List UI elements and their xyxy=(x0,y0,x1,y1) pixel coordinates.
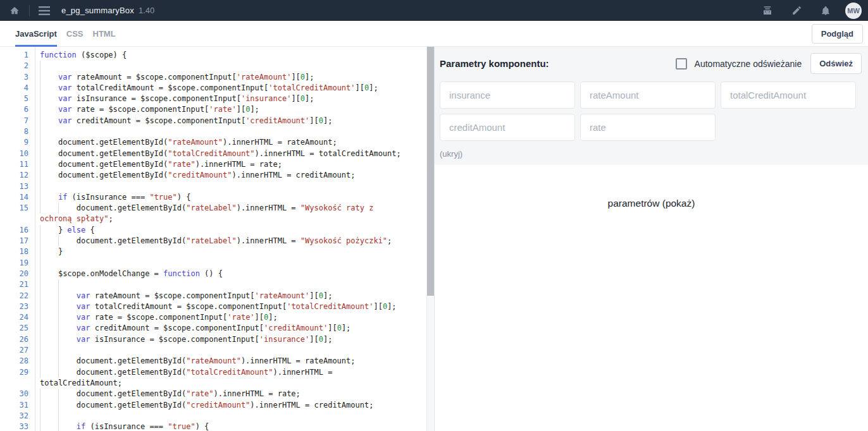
param-input-insurance[interactable] xyxy=(440,82,575,109)
code-line: 30 document.getElementById("rate").inner… xyxy=(0,389,426,399)
indent-guide xyxy=(40,116,40,126)
line-number: 11 xyxy=(0,159,35,170)
hide-link[interactable]: (ukryj) xyxy=(435,141,468,160)
code-editor[interactable]: 1function ($scope) {23 var rateAmount = … xyxy=(0,47,426,431)
code-line: 25 var creditAmount = $scope.componentIn… xyxy=(0,323,426,334)
param-input-rate[interactable] xyxy=(580,114,716,141)
indent-guide xyxy=(40,389,40,399)
indent-guide xyxy=(40,159,40,170)
line-number: 30 xyxy=(0,389,35,399)
line-number: 24 xyxy=(0,312,35,323)
params-card: Parametry komponentu: Automatyczne odświ… xyxy=(435,47,868,165)
line-number: 22 xyxy=(0,291,35,301)
avatar[interactable]: MW xyxy=(845,3,862,19)
indent-guide xyxy=(40,83,40,94)
tab-html[interactable]: HTML xyxy=(93,21,116,47)
line-number: 29 xyxy=(0,367,35,389)
indent-guide xyxy=(40,367,40,378)
indent-guide xyxy=(40,269,40,279)
indent-guide xyxy=(40,203,40,214)
indent-guide xyxy=(40,192,40,203)
indent-guide xyxy=(40,126,40,137)
indent-guide xyxy=(58,323,59,334)
line-number: 32 xyxy=(0,411,35,422)
code-line: 9 document.getElementById("rateAmount").… xyxy=(0,137,426,148)
code-line: 17 document.getElementById("rateLabel").… xyxy=(0,236,426,246)
code-line: 14 if (isInsurance === "true") { xyxy=(0,192,426,203)
edit-button[interactable] xyxy=(787,0,806,21)
inbox-button[interactable] xyxy=(758,0,777,21)
indent-guide xyxy=(58,367,59,378)
indent-guide xyxy=(40,246,40,257)
indent-guide xyxy=(40,422,40,431)
code-line: 23 var totalCreditAmount = $scope.compon… xyxy=(0,301,426,312)
preview-button[interactable]: Podgląd xyxy=(812,24,863,44)
code-lines: 1function ($scope) {23 var rateAmount = … xyxy=(0,50,426,431)
app-title: e_pg_summaryBox xyxy=(61,6,134,15)
code-line: 4 var totalCreditAmount = $scope.compone… xyxy=(0,83,426,94)
refresh-button[interactable]: Odśwież xyxy=(810,53,862,74)
home-button[interactable] xyxy=(5,0,24,21)
scrollbar-thumb[interactable] xyxy=(427,47,434,296)
param-input-rateAmount[interactable] xyxy=(580,82,716,109)
inbox-icon xyxy=(762,5,773,16)
indent-guide xyxy=(58,291,59,301)
code-line: 6 var rate = $scope.componentInput['rate… xyxy=(0,104,426,115)
indent-guide xyxy=(58,356,59,367)
line-number: 8 xyxy=(0,126,35,137)
code-line: 20 $scope.onModelChange = function () { xyxy=(0,269,426,279)
indent-guide xyxy=(58,203,59,214)
code-line: 26 var isInsurance = $scope.componentInp… xyxy=(0,334,426,345)
line-number: 15 xyxy=(0,203,35,225)
code-line: 15 document.getElementById("rateLabel").… xyxy=(0,203,426,225)
line-number: 12 xyxy=(0,170,35,181)
line-number: 6 xyxy=(0,104,35,115)
bell-icon xyxy=(821,5,831,16)
indent-guide xyxy=(40,301,40,312)
indent-guide xyxy=(40,291,40,301)
line-number: 21 xyxy=(0,279,35,290)
code-line: 3 var rateAmount = $scope.componentInput… xyxy=(0,72,426,83)
param-inputs xyxy=(435,82,868,141)
editor-scrollbar[interactable] xyxy=(426,47,434,431)
indent-guide xyxy=(40,181,40,192)
code-line: 8 xyxy=(0,126,426,137)
indent-guide xyxy=(40,137,40,148)
code-line: 13 xyxy=(0,181,426,192)
auto-refresh-checkbox[interactable] xyxy=(676,58,687,70)
code-line: 19 xyxy=(0,258,426,269)
indent-guide xyxy=(40,356,40,367)
line-number: 7 xyxy=(0,116,35,126)
editor-tabbar: JavaScript CSS HTML Podgląd xyxy=(0,21,868,47)
line-number: 26 xyxy=(0,334,35,345)
code-line: 22 var rateAmount = $scope.componentInpu… xyxy=(0,291,426,301)
main-content: 1function ($scope) {23 var rateAmount = … xyxy=(0,47,868,431)
notifications-button[interactable] xyxy=(816,0,835,21)
indent-guide xyxy=(40,225,40,236)
indent-guide xyxy=(40,258,40,269)
preview-text[interactable]: parametrów (pokaż) xyxy=(435,165,868,209)
params-title: Parametry komponentu: xyxy=(440,58,549,69)
menu-button[interactable] xyxy=(35,0,54,21)
code-line: 18 } xyxy=(0,246,426,257)
line-number: 33 xyxy=(0,422,35,431)
indent-guide xyxy=(58,400,59,411)
indent-guide xyxy=(40,334,40,345)
top-navbar: e_pg_summaryBox 1.40 MW xyxy=(0,0,868,21)
code-line: 5 var isInsurance = $scope.componentInpu… xyxy=(0,94,426,104)
line-number: 17 xyxy=(0,236,35,246)
code-line: 11 document.getElementById("rate").inner… xyxy=(0,159,426,170)
line-number: 13 xyxy=(0,181,35,192)
code-line: 31 document.getElementById("creditAmount… xyxy=(0,400,426,411)
pencil-icon xyxy=(791,5,802,16)
line-number: 14 xyxy=(0,192,35,203)
line-number: 28 xyxy=(0,356,35,367)
code-line: 10 document.getElementById("totalCreditA… xyxy=(0,149,426,159)
param-input-totalCreditAmount[interactable] xyxy=(721,82,856,109)
param-input-creditAmount[interactable] xyxy=(440,114,575,141)
tab-css[interactable]: CSS xyxy=(66,21,84,47)
tab-javascript[interactable]: JavaScript xyxy=(15,21,57,47)
indent-guide xyxy=(58,389,59,399)
code-line: 27 xyxy=(0,345,426,356)
code-line: 12 document.getElementById("creditAmount… xyxy=(0,170,426,181)
